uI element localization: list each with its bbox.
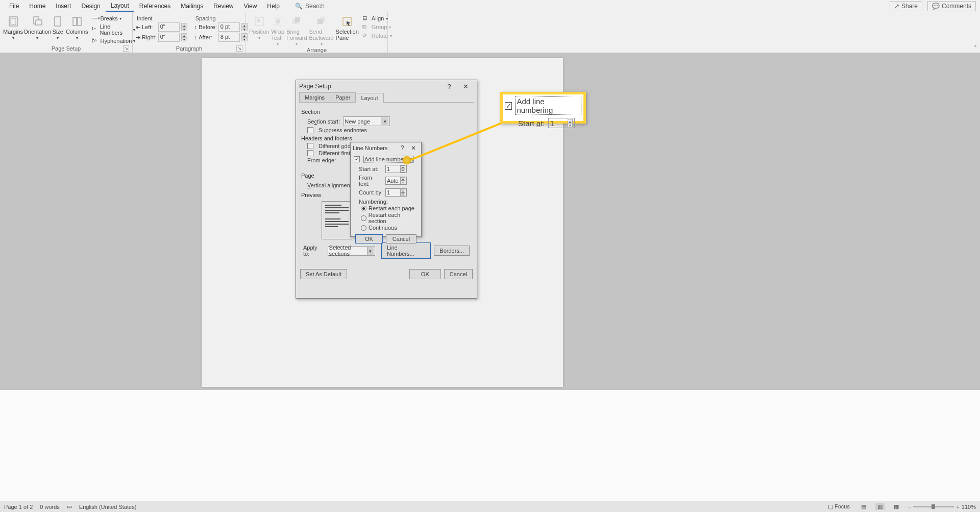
restart-each-page-radio[interactable]: Restart each page (361, 205, 418, 211)
rotate-button: ⟳Rotate ▾ (361, 32, 394, 40)
orientation-button[interactable]: Orientation▾ (25, 14, 50, 40)
continuous-radio[interactable]: Continuous (361, 225, 418, 231)
apply-to-select[interactable]: Selected sections▾ (328, 246, 375, 256)
paragraph-group-label: Paragraph (176, 45, 202, 52)
ps-tab-paper[interactable]: Paper (330, 92, 356, 102)
diff-first-page-checkbox[interactable] (307, 150, 313, 156)
sendbackward-icon (315, 15, 328, 28)
focus-mode-button[interactable]: ▢ Focus (826, 503, 852, 510)
tab-mailings[interactable]: Mailings (176, 1, 208, 11)
restart-each-section-radio[interactable]: Restart each section (361, 212, 418, 224)
spacing-before-icon: ↕ (194, 24, 198, 30)
indent-left-spinner[interactable]: ▴▾ (181, 23, 188, 31)
position-button: Position▾ (249, 14, 269, 40)
ps-ok-button[interactable]: OK (409, 269, 441, 279)
spacing-before-label: Before: (199, 24, 216, 30)
status-language[interactable]: English (United States) (79, 504, 137, 510)
share-button[interactable]: ↗Share (890, 1, 922, 11)
zoom-in-button[interactable]: + (956, 504, 959, 510)
borders-button[interactable]: Borders... (434, 246, 470, 256)
start-at-label: Start at: (359, 166, 383, 172)
section-start-select[interactable]: New page▾ (343, 116, 390, 126)
print-layout-button[interactable]: ▥ (875, 503, 885, 510)
spacing-before-input[interactable]: 0 pt (218, 22, 240, 32)
indent-right-spinner[interactable]: ▴▾ (181, 33, 188, 41)
margins-button[interactable]: Margins▾ (3, 14, 23, 40)
zoom-slider[interactable] (913, 506, 954, 507)
margins-icon (7, 15, 19, 28)
tab-design[interactable]: Design (76, 1, 105, 11)
web-layout-button[interactable]: ▦ (892, 503, 901, 510)
collapse-ribbon-button[interactable]: ˄ (974, 45, 977, 52)
chevron-down-icon: ▾ (381, 117, 388, 125)
search-label: Search (305, 3, 325, 10)
page-setup-help-button[interactable]: ? (441, 83, 457, 90)
ln-help-button[interactable]: ? (397, 144, 408, 152)
tab-review[interactable]: Review (208, 1, 238, 11)
status-bar: Page 1 of 2 0 words ▭ English (United St… (0, 501, 980, 512)
hyphenation-button[interactable]: bᶜHyphenation ▾ (90, 37, 137, 45)
ln-cancel-button[interactable]: Cancel (386, 234, 416, 243)
indent-left-input[interactable]: 0" (158, 22, 180, 32)
status-words[interactable]: 0 words (40, 504, 60, 510)
columns-icon (71, 15, 83, 28)
breaks-icon: ⟶ (92, 15, 99, 22)
page-setup-title: Page Setup (299, 83, 441, 90)
size-icon (52, 15, 64, 28)
ps-cancel-button[interactable]: Cancel (444, 269, 473, 279)
paragraph-dialog-launcher[interactable]: ↘ (236, 45, 242, 52)
add-line-numbering-checkbox[interactable] (354, 156, 360, 162)
align-button[interactable]: ⊟Align ▾ (361, 14, 394, 22)
tab-view[interactable]: View (239, 1, 262, 11)
group-icon: ⧉ (362, 23, 370, 31)
callout-checkbox-icon (505, 102, 512, 110)
spacing-after-input[interactable]: 8 pt (218, 33, 240, 42)
ps-tab-margins[interactable]: Margins (299, 92, 330, 102)
spacing-title: Spacing (195, 15, 249, 21)
diff-odd-even-checkbox[interactable] (307, 143, 313, 149)
tab-insert[interactable]: Insert (51, 1, 76, 11)
hyphenation-icon: bᶜ (92, 37, 99, 44)
tab-help[interactable]: Help (262, 1, 285, 11)
set-as-default-button[interactable]: Set As Default (300, 269, 347, 279)
svg-rect-4 (55, 17, 61, 26)
from-edge-label: From edge: (307, 157, 336, 163)
status-page[interactable]: Page 1 of 2 (4, 504, 33, 510)
count-by-input[interactable]: 1▴▾ (385, 188, 407, 197)
comments-button[interactable]: 💬Comments (927, 1, 976, 11)
ps-headers-label: Headers and footers (301, 135, 472, 141)
ps-tab-layout[interactable]: Layout (355, 93, 383, 103)
selection-pane-button[interactable]: Selection Pane (336, 14, 359, 41)
suppress-endnotes-checkbox[interactable] (307, 127, 313, 133)
ln-close-button[interactable]: ✕ (408, 144, 419, 152)
suppress-endnotes-label: Suppress endnotes (318, 127, 367, 133)
line-numbers-button[interactable]: ¹⁻Line Numbers ▾ (90, 23, 137, 36)
svg-rect-8 (257, 19, 260, 22)
tab-file[interactable]: File (4, 1, 24, 11)
size-button[interactable]: Size▾ (52, 14, 64, 40)
page-setup-close-button[interactable]: ✕ (457, 83, 474, 90)
arrange-group-label: Arrange (307, 47, 327, 53)
tab-layout[interactable]: Layout (106, 1, 134, 12)
svg-rect-13 (295, 17, 300, 22)
indent-right-input[interactable]: 0" (158, 33, 180, 42)
spellcheck-icon[interactable]: ▭ (67, 503, 72, 510)
from-text-input[interactable]: Auto▴▾ (385, 177, 407, 185)
breaks-button[interactable]: ⟶Breaks ▾ (90, 14, 137, 22)
search-box[interactable]: 🔍 Search (295, 3, 325, 10)
align-icon: ⊟ (362, 15, 370, 22)
columns-button[interactable]: Columns▾ (66, 14, 88, 40)
start-at-input[interactable]: 1▴▾ (385, 165, 407, 173)
zoom-control[interactable]: − + 110% (908, 504, 976, 510)
ln-title: Line Numbers (353, 145, 397, 151)
svg-rect-1 (11, 18, 16, 25)
zoom-out-button[interactable]: − (908, 504, 911, 510)
tab-home[interactable]: Home (24, 1, 51, 11)
zoom-percent[interactable]: 110% (962, 504, 976, 510)
wraptext-icon (272, 15, 284, 28)
read-mode-button[interactable]: ▤ (859, 503, 868, 510)
tab-references[interactable]: References (134, 1, 176, 11)
page-setup-dialog-launcher[interactable]: ↘ (123, 45, 129, 52)
ln-ok-button[interactable]: OK (355, 234, 383, 243)
document-area (0, 53, 980, 390)
